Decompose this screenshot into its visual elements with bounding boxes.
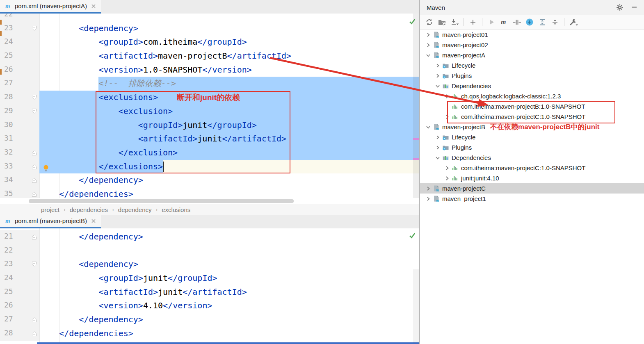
reimport-all-maven-projects-button[interactable]: [424, 17, 434, 27]
code-text[interactable]: [39, 14, 419, 22]
code-text[interactable]: <artifactId>junit</artifactId>: [39, 285, 419, 299]
tree-row-maven-project01[interactable]: mmaven-project01: [420, 30, 644, 40]
code-line-26[interactable]: 26 <version>1.0-SNAPSHOT</version>: [0, 63, 419, 77]
code-text[interactable]: [39, 244, 419, 258]
fold-marker-icon[interactable]: [31, 150, 37, 156]
editor-pane-b[interactable]: 21 </dependency>2223 <dependency>24 <gro…: [0, 228, 419, 343]
code-line-27[interactable]: 27 <!-- 排除依赖-->: [0, 77, 419, 91]
code-line-22[interactable]: 22: [0, 244, 419, 258]
code-text[interactable]: <version>1.0-SNAPSHOT</version>: [39, 63, 419, 77]
code-text[interactable]: <groupId>com.itheima</groupId>: [39, 35, 419, 49]
code-line-35[interactable]: 35 </dependencies>: [0, 187, 419, 198]
chevron-down-icon[interactable]: [425, 124, 433, 130]
code-text[interactable]: </exclusions>: [39, 160, 419, 174]
tree-row-maven_project1[interactable]: mmaven_project1: [420, 194, 644, 204]
code-line-25[interactable]: 25 <artifactId>maven-projectB</artifactI…: [0, 49, 419, 63]
code-text[interactable]: <!-- 排除依赖-->: [39, 77, 419, 91]
code-line-25[interactable]: 25 <artifactId>junit</artifactId>: [0, 285, 419, 299]
tree-row-Dependencies[interactable]: Dependencies: [420, 153, 644, 163]
tree-row-maven-projectC[interactable]: mmaven-projectC: [420, 183, 644, 194]
minimize-icon[interactable]: [631, 4, 639, 11]
fold-marker-icon[interactable]: [31, 25, 37, 32]
code-text[interactable]: <exclusions>断开和junit的依赖: [39, 91, 419, 105]
fold-marker-icon[interactable]: [31, 330, 37, 337]
vertical-scrollbar[interactable]: [413, 14, 419, 198]
breadcrumb-item-exclusions[interactable]: exclusions: [162, 206, 190, 213]
fold-marker-icon[interactable]: [31, 164, 37, 170]
code-text[interactable]: </dependency>: [39, 313, 419, 327]
tree-row-junit-junit-4-10[interactable]: junit:junit:4.10: [420, 173, 644, 183]
chevron-down-icon[interactable]: [434, 155, 442, 161]
code-text[interactable]: <dependency>: [39, 257, 419, 271]
code-text[interactable]: <exclusion>: [39, 105, 419, 118]
chevron-right-icon[interactable]: [434, 134, 442, 141]
generate-sources-and-update-folders-button[interactable]: [437, 17, 447, 27]
horizontal-scrollbar-thumb[interactable]: [29, 199, 294, 203]
code-line-24[interactable]: 24 <groupId>junit</groupId>: [0, 271, 419, 285]
fold-marker-icon[interactable]: [31, 261, 37, 267]
code-line-27[interactable]: 27 </dependency>: [0, 313, 419, 327]
tree-row-Plugins[interactable]: Plugins: [420, 71, 644, 81]
code-line-32[interactable]: 32 </exclusion>: [0, 146, 419, 160]
code-text[interactable]: </dependencies>: [39, 327, 419, 341]
chevron-right-icon[interactable]: [444, 114, 452, 120]
tab-pom-maven-projectB[interactable]: m pom.xml (maven-projectB): [0, 215, 101, 228]
editor-pane-a[interactable]: 2223 <dependency>24 <groupId>com.itheima…: [0, 14, 419, 198]
chevron-right-icon[interactable]: [425, 42, 433, 48]
fold-marker-icon[interactable]: [31, 108, 37, 114]
chevron-down-icon[interactable]: [425, 52, 433, 59]
code-line-29[interactable]: 29 <exclusion>: [0, 105, 419, 118]
code-line-23[interactable]: 23 <dependency>: [0, 22, 419, 36]
chevron-right-icon[interactable]: [434, 144, 442, 151]
code-text[interactable]: </dependency>: [39, 173, 419, 187]
chevron-right-icon[interactable]: [444, 93, 452, 100]
code-text[interactable]: <groupId>junit</groupId>: [39, 271, 419, 285]
chevron-right-icon[interactable]: [425, 196, 433, 202]
fold-marker-icon[interactable]: [31, 177, 37, 183]
toggle-offline-mode-button[interactable]: [525, 17, 534, 27]
tree-row-maven-project02[interactable]: mmaven-project02: [420, 40, 644, 50]
run-maven-build-button[interactable]: [486, 17, 496, 27]
chevron-right-icon[interactable]: [425, 185, 433, 192]
code-line-28[interactable]: 28 <exclusions>断开和junit的依赖: [0, 91, 419, 105]
code-text[interactable]: </dependency>: [39, 230, 419, 244]
tree-row-com-itheima-maven-projectC-1-0-SNAPSHOT[interactable]: com.itheima:maven-projectC:1.0-SNAPSHOT: [420, 112, 644, 122]
tree-row-Dependencies[interactable]: Dependencies: [420, 81, 644, 91]
fold-marker-icon[interactable]: [31, 317, 37, 323]
code-line-30[interactable]: 30 <groupId>junit</groupId>: [0, 118, 419, 132]
tree-row-Lifecycle[interactable]: Lifecycle: [420, 132, 644, 142]
code-line-21[interactable]: 21 </dependency>: [0, 230, 419, 244]
code-line-28[interactable]: 28 </dependencies>: [0, 327, 419, 341]
tree-row-com-itheima-maven-projectB-1-0-SNAPSHOT[interactable]: com.itheima:maven-projectB:1.0-SNAPSHOT: [420, 101, 644, 112]
chevron-right-icon[interactable]: [434, 73, 442, 79]
tree-row-maven-projectB[interactable]: mmaven-projectB不在依赖maven-projectB中的junit: [420, 122, 644, 132]
breadcrumb-item-project[interactable]: project: [41, 206, 59, 213]
breadcrumb-item-dependencies[interactable]: dependencies: [70, 206, 108, 213]
chevron-right-icon[interactable]: [425, 32, 433, 38]
inspections-ok-icon[interactable]: [409, 232, 416, 241]
code-line-26[interactable]: 26 <version>4.10</version>: [0, 299, 419, 313]
code-text[interactable]: <artifactId>junit</artifactId>: [39, 132, 419, 146]
tab-pom-maven-projectA[interactable]: m pom.xml (maven-projectA): [0, 0, 101, 14]
gear-icon[interactable]: [616, 4, 624, 11]
code-text[interactable]: </dependencies>: [39, 187, 419, 198]
toggle-skip-tests-mode-button[interactable]: [512, 17, 522, 27]
chevron-right-icon[interactable]: [434, 62, 442, 69]
code-line-23[interactable]: 23 <dependency>: [0, 257, 419, 271]
tree-row-com-itheima-maven-projectC-1-0-SNAPSHOT[interactable]: com.itheima:maven-projectC:1.0-SNAPSHOT: [420, 163, 644, 173]
code-text[interactable]: <groupId>junit</groupId>: [39, 118, 419, 132]
collapse-all-button[interactable]: [550, 17, 560, 27]
tree-row-ch-qos-logback-logback-classic-1-2-3[interactable]: ch.qos.logback:logback-classic:1.2.3: [420, 91, 644, 101]
code-line-24[interactable]: 24 <groupId>com.itheima</groupId>: [0, 35, 419, 49]
vertical-scrollbar[interactable]: [413, 269, 419, 343]
chevron-down-icon[interactable]: [434, 83, 442, 89]
download-sources-documentation-button[interactable]: [450, 17, 459, 27]
fold-marker-icon[interactable]: [31, 234, 37, 240]
code-text[interactable]: <dependency>: [39, 22, 419, 36]
execute-maven-goal-button[interactable]: m: [499, 17, 509, 27]
code-line-34[interactable]: 34 </dependency>: [0, 173, 419, 187]
code-line-31[interactable]: 31 <artifactId>junit</artifactId>: [0, 132, 419, 146]
expand-all-button[interactable]: [537, 17, 547, 27]
code-text[interactable]: <artifactId>maven-projectB</artifactId>: [39, 49, 419, 63]
code-text[interactable]: </exclusion>: [39, 146, 419, 160]
